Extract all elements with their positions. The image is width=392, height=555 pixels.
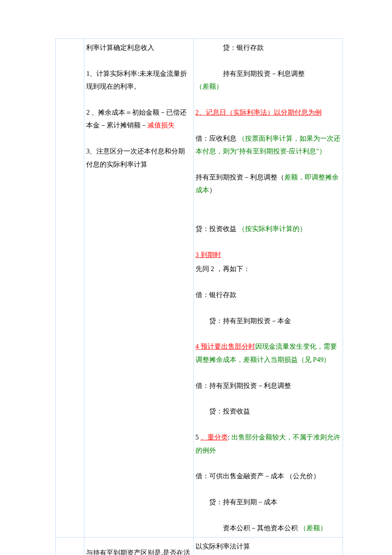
text: 贷：投资收益 (196, 405, 341, 418)
cell-r1-c2: 利率计算确定利息收入 1、计算实际利率:未来现金流量折现到现在的利率。 2 、摊… (84, 39, 193, 538)
text: 3、注意区分一次还本付息和分期付息的实际利率计算 (86, 145, 191, 171)
table-row: 贷款和应收账款 与持有至到期资产区别是,是否在活跃市场上有报价,且不像持有至到期… (56, 538, 343, 555)
main-table: 利率计算确定利息收入 1、计算实际利率:未来现金流量折现到现在的利率。 2 、摊… (55, 38, 343, 555)
cell-r1-c1 (56, 39, 84, 538)
text: （差额） (196, 80, 341, 93)
text: 资本公积－其他资本公积 （差额） (196, 522, 341, 535)
cell-r2-c2: 与持有至到期资产区别是,是否在活跃市场上有报价,且不像持有至到期投资那样在出售或… (84, 538, 193, 555)
spacer (196, 197, 341, 210)
text: 借：持有至到期投资－利息调整 (196, 379, 341, 392)
heading-step-5: 5 、重分类: 出售部分金额较大，不属于准则允许的例外 (196, 431, 341, 457)
table-row: 利率计算确定利息收入 1、计算实际利率:未来现金流量折现到现在的利率。 2 、摊… (56, 39, 343, 538)
text: 1、计算实际利率:未来现金流量折现到现在的利率。 (86, 67, 191, 93)
text: 持有至到期投资－利息调整 (196, 67, 341, 80)
text: 先同 2 ，再如下： (196, 263, 341, 275)
cell-r2-c1: 贷款和应收账款 (56, 538, 84, 555)
heading-step-2: 2、记息日（实际利率法）以分期付息为例 (196, 106, 341, 119)
heading-step-4: 4 预计要出售部分时因现金流量发生变化，需要调整摊余成本，差额计入当期损益（见 … (196, 340, 341, 366)
text: 贷：持有至到期－成本 (196, 496, 341, 509)
text: 贷：持有至到期投资－本金 (196, 315, 341, 327)
text: 借：可供出售金融资产－成本 （公允价） (196, 470, 341, 483)
text: 贷：银行存款 (196, 41, 341, 54)
cell-r2-c3: 以实际利率法计算 初始时: 公允价值和费用之和作为入账金额 参考例题 (193, 538, 343, 555)
text: 借：银行存款 (196, 289, 341, 301)
heading-step-3: 3 到期时 (196, 249, 341, 261)
text: 贷：投资收益 （按实际利率计算的） (196, 223, 341, 235)
cell-r1-c3: 贷：银行存款 持有至到期投资－利息调整 （差额） 2、记息日（实际利率法）以分期… (193, 39, 343, 538)
text: 利率计算确定利息收入 (86, 41, 191, 54)
text: 持有至到期投资－利息调整（差额，即调整摊余成本） (196, 171, 341, 197)
text: 借：应收利息 （按票面利率计算，如果为一次还本付息，则为"持有至到期投资-应计利… (196, 132, 341, 158)
text: 以实际利率法计算 (196, 540, 341, 553)
text: 2 、摊余成本＝初始金额－已偿还本金－累计摊销额－减值损失 (86, 106, 191, 132)
